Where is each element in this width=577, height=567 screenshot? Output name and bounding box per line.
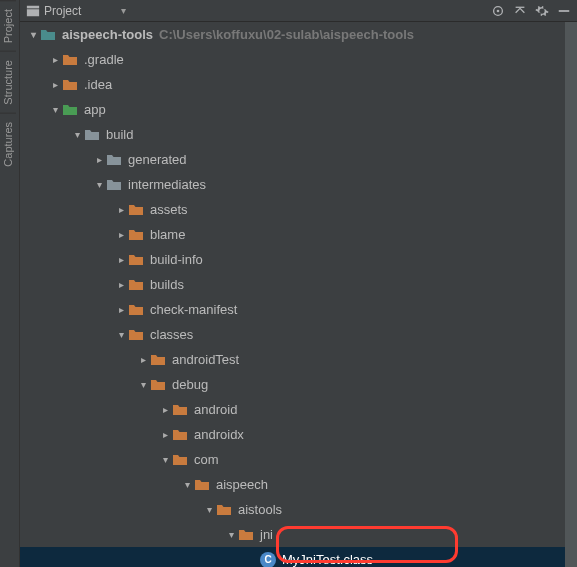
side-tab-structure[interactable]: Structure — [0, 51, 16, 113]
tree-node-debug[interactable]: ▾debug — [20, 372, 573, 397]
node-label: aispeech-tools — [62, 27, 153, 42]
folder-icon — [128, 327, 144, 343]
svg-rect-5 — [559, 10, 570, 12]
node-label: build — [106, 127, 133, 142]
folder-icon — [194, 477, 210, 493]
dropdown-arrow-icon[interactable]: ▾ — [121, 5, 126, 16]
side-tab-captures[interactable]: Captures — [0, 113, 16, 175]
chevron-down-icon[interactable]: ▾ — [136, 379, 150, 390]
chevron-right-icon[interactable]: ▸ — [114, 279, 128, 290]
node-label: debug — [172, 377, 208, 392]
node-label: MyJniTest.class — [282, 552, 373, 567]
chevron-down-icon[interactable]: ▾ — [92, 179, 106, 190]
svg-point-3 — [497, 9, 500, 12]
folder-icon — [172, 427, 188, 443]
folder-icon — [128, 302, 144, 318]
node-label: .gradle — [84, 52, 124, 67]
folder-icon — [40, 27, 56, 43]
tree-node-check-manifest[interactable]: ▸check-manifest — [20, 297, 573, 322]
node-label: build-info — [150, 252, 203, 267]
node-label: blame — [150, 227, 185, 242]
side-tab-project[interactable]: Project — [0, 0, 16, 51]
chevron-right-icon[interactable]: ▸ — [114, 254, 128, 265]
tree-node-androidTest[interactable]: ▸androidTest — [20, 347, 573, 372]
node-label: generated — [128, 152, 187, 167]
gear-icon[interactable] — [535, 4, 549, 18]
node-label: androidTest — [172, 352, 239, 367]
folder-icon — [150, 377, 166, 393]
folder-icon — [128, 227, 144, 243]
chevron-down-icon[interactable]: ▾ — [180, 479, 194, 490]
tree-node-aispeech[interactable]: ▾aispeech — [20, 472, 573, 497]
tree-node-assets[interactable]: ▸assets — [20, 197, 573, 222]
collapse-all-icon[interactable] — [513, 4, 527, 18]
folder-icon — [150, 352, 166, 368]
class-file-icon: C — [260, 552, 276, 568]
node-label: com — [194, 452, 219, 467]
tree-node-.idea[interactable]: ▸.idea — [20, 72, 573, 97]
tree-node-generated[interactable]: ▸generated — [20, 147, 573, 172]
folder-icon — [172, 402, 188, 418]
folder-icon — [128, 277, 144, 293]
chevron-down-icon[interactable]: ▾ — [224, 529, 238, 540]
tree-node-jni[interactable]: ▾jni — [20, 522, 573, 547]
chevron-right-icon[interactable]: ▸ — [136, 354, 150, 365]
tree-node-com[interactable]: ▾com — [20, 447, 573, 472]
node-label: assets — [150, 202, 188, 217]
scroll-from-source-icon[interactable] — [491, 4, 505, 18]
chevron-right-icon[interactable]: ▸ — [48, 54, 62, 65]
folder-icon — [128, 202, 144, 218]
side-tab-bar: Project Structure Captures — [0, 0, 20, 567]
hide-icon[interactable] — [557, 4, 571, 18]
tree-node-MyJniTest.class[interactable]: ▸CMyJniTest.class — [20, 547, 573, 567]
chevron-down-icon[interactable]: ▾ — [202, 504, 216, 515]
chevron-right-icon[interactable]: ▸ — [114, 229, 128, 240]
chevron-down-icon[interactable]: ▾ — [48, 104, 62, 115]
root-path: C:\Users\koffuxu\02-sulab\aispeech-tools — [159, 27, 414, 42]
folder-icon — [128, 252, 144, 268]
node-label: androidx — [194, 427, 244, 442]
chevron-right-icon[interactable]: ▸ — [158, 404, 172, 415]
chevron-right-icon[interactable]: ▸ — [48, 79, 62, 90]
chevron-right-icon[interactable]: ▸ — [158, 429, 172, 440]
tool-title: Project — [44, 4, 81, 18]
folder-icon — [172, 452, 188, 468]
svg-rect-4 — [516, 6, 525, 7]
tree-node-build[interactable]: ▾build — [20, 122, 573, 147]
folder-icon — [84, 127, 100, 143]
chevron-right-icon[interactable]: ▸ — [114, 304, 128, 315]
tree-node-builds[interactable]: ▸builds — [20, 272, 573, 297]
tree-node-.gradle[interactable]: ▸.gradle — [20, 47, 573, 72]
node-label: aistools — [238, 502, 282, 517]
project-icon — [26, 4, 40, 18]
toolbar: Project ▾ — [20, 0, 577, 22]
chevron-right-icon[interactable]: ▸ — [92, 154, 106, 165]
node-label: jni — [260, 527, 273, 542]
svg-rect-0 — [27, 5, 39, 8]
tree-node-app[interactable]: ▾app — [20, 97, 573, 122]
chevron-down-icon[interactable]: ▾ — [26, 29, 40, 40]
node-label: aispeech — [216, 477, 268, 492]
chevron-down-icon[interactable]: ▾ — [70, 129, 84, 140]
chevron-down-icon[interactable]: ▾ — [114, 329, 128, 340]
tree-node-blame[interactable]: ▸blame — [20, 222, 573, 247]
tree-node-android[interactable]: ▸android — [20, 397, 573, 422]
node-label: builds — [150, 277, 184, 292]
folder-icon — [62, 77, 78, 93]
project-tree[interactable]: ▾aispeech-toolsC:\Users\koffuxu\02-sulab… — [20, 22, 577, 567]
chevron-right-icon[interactable]: ▸ — [114, 204, 128, 215]
tree-node-root[interactable]: ▾aispeech-toolsC:\Users\koffuxu\02-sulab… — [20, 22, 573, 47]
tree-node-aistools[interactable]: ▾aistools — [20, 497, 573, 522]
node-label: .idea — [84, 77, 112, 92]
tree-node-intermediates[interactable]: ▾intermediates — [20, 172, 573, 197]
folder-icon — [106, 177, 122, 193]
chevron-down-icon[interactable]: ▾ — [158, 454, 172, 465]
svg-rect-1 — [27, 9, 39, 16]
tree-node-classes[interactable]: ▾classes — [20, 322, 573, 347]
tree-node-androidx[interactable]: ▸androidx — [20, 422, 573, 447]
folder-icon — [106, 152, 122, 168]
tree-node-build-info[interactable]: ▸build-info — [20, 247, 573, 272]
node-label: check-manifest — [150, 302, 237, 317]
node-label: intermediates — [128, 177, 206, 192]
folder-icon — [62, 102, 78, 118]
